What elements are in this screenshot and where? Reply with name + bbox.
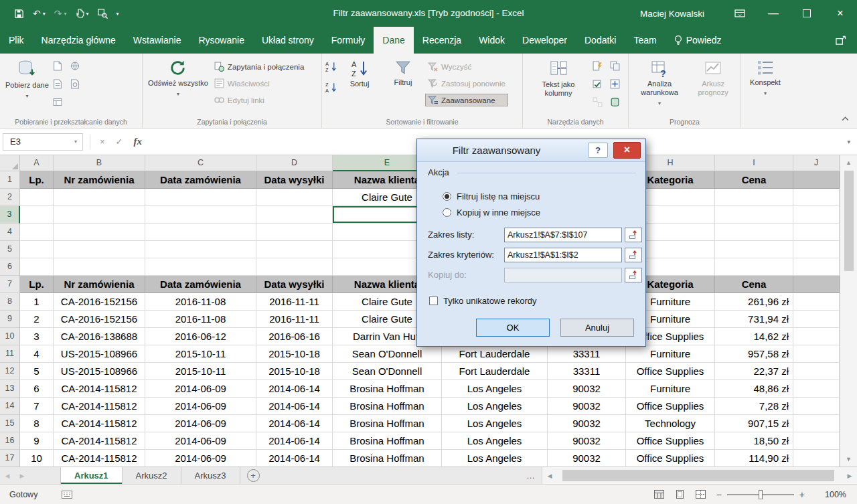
cell-J5[interactable]	[793, 241, 840, 258]
tab-team[interactable]: Team	[625, 27, 665, 54]
view-page-layout-icon[interactable]	[670, 490, 690, 499]
cell-I12[interactable]: 22,37 zł	[715, 363, 793, 380]
cell-D9[interactable]: 2016-11-11	[256, 311, 333, 328]
zoom-out-button[interactable]: −	[711, 489, 727, 500]
what-if-analysis-button[interactable]: ? Analiza warunkowa ▾	[632, 56, 687, 111]
cell-A3[interactable]	[20, 206, 54, 224]
cell-I16[interactable]: 18,50 zł	[715, 432, 793, 450]
cell-D17[interactable]: 2014-06-14	[256, 450, 333, 467]
cell-A5[interactable]	[20, 241, 54, 258]
row-header-13[interactable]: 13	[0, 380, 20, 398]
cell-I8[interactable]: 261,96 zł	[715, 293, 793, 311]
from-table-button[interactable]	[53, 79, 68, 92]
cell-D1[interactable]: Data wysyłki	[256, 171, 333, 189]
touch-mode-button[interactable]: ▾	[72, 6, 92, 21]
zoom-slider-handle[interactable]	[759, 490, 763, 499]
formula-bar-expand-icon[interactable]: ▾	[840, 139, 857, 145]
cell-D7[interactable]: Data wysyłki	[256, 276, 333, 293]
edit-links-button[interactable]: Edytuj linki	[212, 94, 306, 106]
cell-D4[interactable]	[256, 224, 333, 241]
horizontal-scroll-thumb[interactable]	[562, 470, 834, 481]
tab-plik[interactable]: Plik	[0, 27, 33, 54]
consolidate-button[interactable]	[610, 79, 625, 92]
horizontal-scrollbar[interactable]: ◀ ▶	[542, 467, 857, 484]
scroll-down-icon[interactable]: ▼	[846, 454, 852, 464]
cell-J13[interactable]	[793, 380, 840, 398]
zoom-slider[interactable]	[727, 485, 794, 504]
cell-J16[interactable]	[793, 432, 840, 450]
tab-uklad-strony[interactable]: Układ strony	[253, 27, 323, 54]
cell-D10[interactable]: 2016-06-16	[256, 328, 333, 345]
cell-A4[interactable]	[20, 224, 54, 241]
list-range-input[interactable]	[504, 228, 622, 242]
row-header-7[interactable]: 7	[0, 276, 20, 293]
cell-B6[interactable]	[54, 258, 145, 276]
row-header-2[interactable]: 2	[0, 189, 20, 206]
reapply-button[interactable]: Zastosuj ponownie	[426, 78, 508, 89]
cell-B3[interactable]	[54, 206, 145, 224]
criteria-range-input[interactable]	[504, 248, 622, 262]
cell-B5[interactable]	[54, 241, 145, 258]
cell-A6[interactable]	[20, 258, 54, 276]
row-header-12[interactable]: 12	[0, 363, 20, 380]
remove-duplicates-button[interactable]	[610, 61, 625, 74]
cell-C16[interactable]: 2014-06-09	[145, 432, 256, 450]
cell-J12[interactable]	[793, 363, 840, 380]
find-button[interactable]	[94, 6, 111, 21]
cell-F12[interactable]: Fort Lauderdale	[442, 363, 548, 380]
cell-J10[interactable]	[793, 328, 840, 345]
cell-C17[interactable]: 2014-06-09	[145, 450, 256, 467]
relationships-button[interactable]	[593, 97, 607, 110]
collapse-ribbon-button[interactable]	[842, 112, 849, 124]
forecast-sheet-button[interactable]: Arkusz prognozy	[689, 56, 737, 100]
cell-C1[interactable]: Data zamówienia	[145, 171, 256, 189]
cell-J1[interactable]	[793, 171, 840, 189]
cell-J6[interactable]	[793, 258, 840, 276]
cell-A7[interactable]: Lp.	[20, 276, 54, 293]
radio-copy-elsewhere-label[interactable]: Kopiuj w inne miejsce	[457, 207, 540, 218]
cell-I14[interactable]: 7,28 zł	[715, 398, 793, 415]
cell-C7[interactable]: Data zamówienia	[145, 276, 256, 293]
cell-H11[interactable]: Furniture	[626, 345, 715, 363]
row-header-10[interactable]: 10	[0, 328, 20, 345]
cell-B12[interactable]: US-2015-108966	[54, 363, 145, 380]
cell-G15[interactable]: 90032	[548, 415, 626, 432]
close-button[interactable]: ×	[824, 0, 857, 27]
cell-C4[interactable]	[145, 224, 256, 241]
scroll-right-icon[interactable]: ▶	[842, 473, 857, 479]
cell-J17[interactable]	[793, 450, 840, 467]
name-box-dropdown-icon[interactable]: ▾	[69, 139, 82, 145]
cell-I10[interactable]: 14,62 zł	[715, 328, 793, 345]
cell-D12[interactable]: 2015-10-18	[256, 363, 333, 380]
cell-D2[interactable]	[256, 189, 333, 206]
tab-recenzja[interactable]: Recenzja	[414, 27, 470, 54]
cell-F13[interactable]: Los Angeles	[442, 380, 548, 398]
minimize-button[interactable]: —	[757, 0, 790, 27]
row-header-1[interactable]: 1	[0, 171, 20, 189]
dialog-title-bar[interactable]: Filtr zaawansowany ? ×	[417, 139, 645, 162]
sheet-tab-arkusz3[interactable]: Arkusz3	[181, 467, 240, 484]
name-box[interactable]: E3 ▾	[3, 133, 83, 151]
data-model-button[interactable]	[610, 97, 625, 110]
cell-E16[interactable]: Brosina Hoffman	[333, 432, 442, 450]
sheet-tab-arkusz2[interactable]: Arkusz2	[123, 467, 181, 484]
cell-C14[interactable]: 2014-06-09	[145, 398, 256, 415]
cell-G16[interactable]: 90032	[548, 432, 626, 450]
cell-B11[interactable]: US-2015-108966	[54, 345, 145, 363]
tab-widok[interactable]: Widok	[470, 27, 514, 54]
cell-A12[interactable]: 5	[20, 363, 54, 380]
row-header-9[interactable]: 9	[0, 311, 20, 328]
cell-F15[interactable]: Los Angeles	[442, 415, 548, 432]
cell-A16[interactable]: 9	[20, 432, 54, 450]
tab-wstawianie[interactable]: Wstawianie	[125, 27, 190, 54]
cell-C11[interactable]: 2015-10-11	[145, 345, 256, 363]
user-name[interactable]: Maciej Kowalski	[640, 9, 704, 19]
ribbon-display-options-button[interactable]	[723, 0, 757, 27]
select-all-button[interactable]	[0, 155, 20, 171]
column-header-D[interactable]: D	[256, 155, 333, 171]
sheet-prev-icon[interactable]: ◀	[0, 467, 15, 484]
cancel-formula-button[interactable]: ×	[94, 137, 110, 147]
cell-A9[interactable]: 2	[20, 311, 54, 328]
enter-formula-button[interactable]: ✓	[110, 137, 129, 147]
cell-B16[interactable]: CA-2014-115812	[54, 432, 145, 450]
